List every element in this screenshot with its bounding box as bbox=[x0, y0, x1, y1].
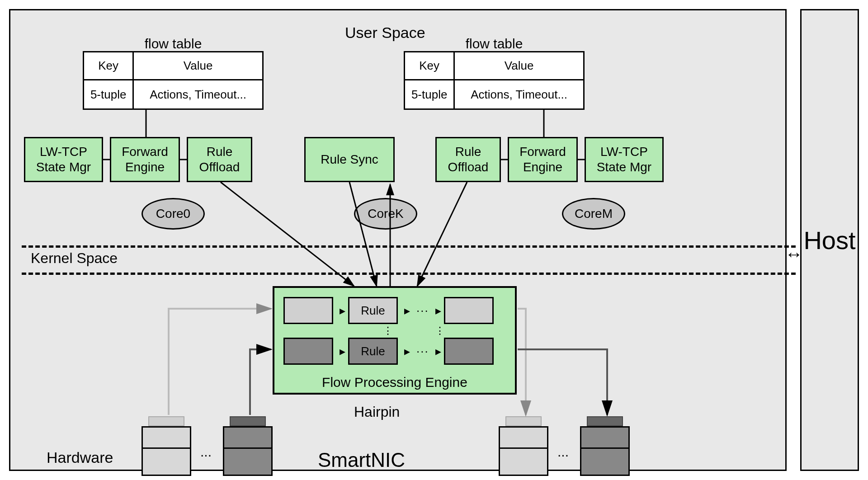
smartnic-container: User Space flow table Key Value 5-tuple … bbox=[9, 9, 787, 471]
hardware-label: Hardware bbox=[47, 449, 113, 466]
svg-line-8 bbox=[349, 182, 377, 286]
port-block bbox=[580, 426, 630, 449]
flow-table-right: flow table Key Value 5-tuple Actions, Ti… bbox=[404, 51, 585, 110]
flow-table-key: 5-tuple bbox=[405, 80, 455, 108]
rule-offload-left: Rule Offload bbox=[187, 137, 252, 182]
flow-pipeline-row-dark: ▸ Rule ▸ ··· ▸ bbox=[283, 338, 497, 365]
pipeline-stage bbox=[283, 338, 333, 365]
lwtcp-state-mgr-left: LW-TCP State Mgr bbox=[24, 137, 103, 182]
table-row: Key Value bbox=[84, 52, 262, 80]
flow-table-value: Actions, Timeout... bbox=[455, 80, 583, 108]
port-block bbox=[499, 426, 548, 449]
svg-line-7 bbox=[417, 182, 467, 286]
port-head-icon bbox=[505, 416, 542, 426]
flow-table-title: flow table bbox=[84, 36, 262, 52]
bidirectional-arrow-icon: ↔ bbox=[785, 244, 803, 264]
flow-table-left: flow table Key Value 5-tuple Actions, Ti… bbox=[83, 51, 264, 110]
kernel-boundary-bottom bbox=[22, 273, 796, 275]
port-head-icon bbox=[148, 416, 184, 426]
flow-table-value: Actions, Timeout... bbox=[134, 80, 262, 108]
table-row: Key Value bbox=[405, 52, 583, 80]
port-block bbox=[223, 449, 273, 476]
pipeline-stage bbox=[444, 338, 494, 365]
ellipsis-icon: ··· bbox=[416, 304, 429, 318]
pipeline-stage bbox=[444, 297, 494, 324]
flow-processing-engine: ▸ Rule ▸ ··· ▸ ▸ Rule ▸ ··· ▸ ⋮ ⋮ Flow P… bbox=[273, 286, 517, 395]
arrow-icon: ▸ bbox=[435, 344, 441, 358]
flow-table-header-key: Key bbox=[405, 52, 455, 79]
arrow-icon: ▸ bbox=[340, 344, 345, 358]
diagram-canvas: User Space flow table Key Value 5-tuple … bbox=[0, 0, 868, 480]
ellipsis-icon: ... bbox=[200, 444, 212, 460]
corem-ellipse: CoreM bbox=[562, 198, 625, 230]
port-label: TxN bbox=[594, 478, 616, 480]
flow-table-header-value: Value bbox=[134, 52, 262, 79]
forward-engine-left: Forward Engine bbox=[110, 137, 180, 182]
port-head-icon bbox=[587, 416, 623, 426]
port-label: Rx0 bbox=[156, 478, 177, 480]
port-label: Tx0 bbox=[514, 478, 533, 480]
flow-engine-label: Flow Processing Engine bbox=[274, 375, 515, 390]
pipeline-rule-stage: Rule bbox=[348, 338, 398, 365]
pipeline-rule-stage: Rule bbox=[348, 297, 398, 324]
port-block bbox=[142, 449, 191, 476]
flow-pipeline-row-light: ▸ Rule ▸ ··· ▸ bbox=[283, 297, 497, 324]
arrow-icon: ▸ bbox=[435, 304, 441, 318]
flow-table-key: 5-tuple bbox=[84, 80, 134, 108]
arrow-icon: ▸ bbox=[404, 344, 410, 358]
smartnic-label: SmartNIC bbox=[318, 449, 405, 471]
arrow-icon: ▸ bbox=[340, 304, 345, 318]
corek-ellipse: CoreK bbox=[354, 198, 417, 230]
port-head-icon bbox=[230, 416, 266, 426]
pipeline-stage bbox=[283, 297, 333, 324]
port-block bbox=[580, 449, 630, 476]
flow-table-header-key: Key bbox=[84, 52, 134, 79]
rule-offload-right: Rule Offload bbox=[435, 137, 501, 182]
port-block bbox=[499, 449, 548, 476]
rx0-port: Rx0 bbox=[142, 426, 191, 480]
kernel-boundary-top bbox=[22, 245, 796, 248]
table-row: 5-tuple Actions, Timeout... bbox=[405, 80, 583, 108]
hairpin-label: Hairpin bbox=[354, 404, 400, 420]
host-box: Host bbox=[800, 9, 859, 471]
arrow-icon: ▸ bbox=[404, 304, 410, 318]
flow-table-title: flow table bbox=[405, 36, 583, 52]
core0-ellipse: Core0 bbox=[142, 198, 205, 230]
port-label: RxN bbox=[236, 478, 259, 480]
tx0-port: Tx0 bbox=[499, 426, 548, 480]
table-row: 5-tuple Actions, Timeout... bbox=[84, 80, 262, 108]
port-block bbox=[142, 426, 191, 449]
port-block bbox=[223, 426, 273, 449]
txn-port: TxN bbox=[580, 426, 630, 480]
lwtcp-state-mgr-right: LW-TCP State Mgr bbox=[585, 137, 664, 182]
rule-sync: Rule Sync bbox=[304, 137, 395, 182]
ellipsis-icon: ... bbox=[557, 444, 569, 460]
ellipsis-icon: ··· bbox=[416, 344, 429, 358]
kernel-space-label: Kernel Space bbox=[31, 250, 118, 267]
forward-engine-right: Forward Engine bbox=[508, 137, 578, 182]
flow-table-header-value: Value bbox=[455, 52, 583, 79]
rxn-port: RxN bbox=[223, 426, 273, 480]
vertical-dots-icon: ⋮ bbox=[435, 325, 445, 337]
host-label: Host bbox=[803, 226, 855, 255]
svg-line-6 bbox=[221, 182, 354, 286]
vertical-dots-icon: ⋮ bbox=[383, 325, 393, 337]
